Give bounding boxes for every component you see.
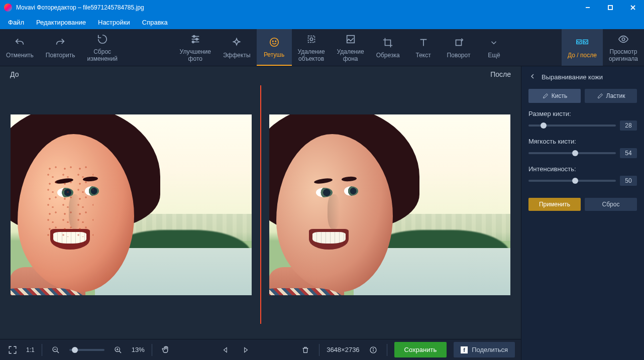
enhance-button[interactable]: Улучшение фото — [174, 29, 217, 66]
face-icon — [268, 36, 280, 48]
prev-button[interactable] — [219, 343, 232, 356]
svg-point-11 — [272, 41, 273, 41]
rotate-button[interactable]: Поворот — [441, 29, 477, 66]
image-dimensions: 3648×2736 — [327, 346, 359, 353]
share-button[interactable]: fПоделиться — [454, 342, 515, 357]
background-removal-button[interactable]: Удаление фона — [331, 29, 370, 66]
work-area: До После 1:1 13% — [0, 66, 644, 360]
apply-button[interactable]: Применить — [528, 198, 581, 211]
intensity-label: Интенсивность: — [528, 165, 637, 173]
info-button[interactable] — [367, 343, 380, 356]
svg-line-24 — [119, 351, 121, 353]
window-title: Movavi Фоторедактор – file5971245784785.… — [16, 4, 576, 11]
fullscreen-button[interactable] — [6, 343, 19, 356]
next-button[interactable] — [239, 343, 252, 356]
redo-button[interactable]: Повторить — [40, 29, 81, 66]
compare-divider[interactable] — [260, 85, 261, 324]
sliders-icon — [189, 33, 201, 45]
facebook-icon: f — [461, 346, 468, 353]
undo-button[interactable]: Отменить — [0, 29, 40, 66]
object-removal-button[interactable]: Удаление объектов — [292, 29, 331, 66]
main-toolbar: Отменить Повторить Сброс изменений Улучш… — [0, 29, 644, 66]
maximize-button[interactable] — [599, 0, 621, 15]
panel-actions: Применить Сброс — [528, 198, 637, 211]
svg-point-14 — [310, 38, 313, 41]
brush-size-row: Размер кисти: 28 — [528, 110, 637, 131]
crop-icon — [382, 37, 394, 49]
svg-point-19 — [622, 38, 625, 41]
brush-softness-label: Мягкость кисти: — [528, 138, 637, 145]
svg-point-12 — [275, 41, 276, 41]
brush-tab[interactable]: Кисть — [528, 89, 581, 103]
intensity-row: Интенсивность: 50 — [528, 165, 637, 186]
eraser-tab[interactable]: Ластик — [585, 89, 637, 103]
brush-size-label: Размер кисти: — [528, 110, 637, 117]
app-logo-icon — [4, 4, 12, 12]
text-icon — [417, 37, 430, 49]
reset-changes-button[interactable]: Сброс изменений — [81, 29, 123, 66]
save-button[interactable]: Сохранить — [394, 342, 447, 357]
close-button[interactable] — [621, 0, 644, 15]
intensity-slider[interactable] — [528, 180, 616, 182]
divider — [42, 344, 42, 356]
tool-tabs: Кисть Ластик — [528, 89, 637, 103]
eraser-icon — [597, 93, 603, 99]
svg-rect-15 — [347, 35, 354, 43]
menu-file[interactable]: Файл — [3, 17, 29, 28]
zoom-value: 13% — [132, 346, 145, 353]
before-after-header: До После — [0, 66, 521, 80]
panel-reset-button[interactable]: Сброс — [585, 198, 637, 211]
erase-object-icon — [305, 33, 317, 45]
sparkle-icon — [231, 37, 243, 49]
svg-line-21 — [57, 351, 59, 353]
crop-button[interactable]: Обрезка — [370, 29, 406, 66]
undo-icon — [14, 37, 26, 49]
eye-icon — [617, 33, 629, 45]
status-bar: 1:1 13% 3648×2736 Сохранить fПоделиться — [0, 339, 521, 360]
effects-button[interactable]: Эффекты — [217, 29, 257, 66]
svg-point-10 — [270, 38, 278, 46]
zoom-slider[interactable] — [69, 349, 104, 351]
svg-rect-1 — [608, 6, 612, 10]
retouch-panel: Выравнивание кожи Кисть Ластик Размер ки… — [521, 66, 644, 360]
after-label: После — [490, 70, 511, 78]
canvas-area: До После 1:1 13% — [0, 66, 521, 360]
actual-size-button[interactable]: 1:1 — [26, 343, 35, 356]
compare-icon — [576, 37, 588, 49]
text-button[interactable]: Текст — [406, 29, 441, 66]
zoom-out-button[interactable] — [49, 343, 62, 356]
brush-softness-slider[interactable] — [528, 152, 616, 154]
zoom-in-button[interactable] — [112, 343, 125, 356]
menu-help[interactable]: Справка — [137, 17, 173, 28]
view-original-button[interactable]: Просмотр оригинала — [603, 29, 644, 66]
chevron-down-icon — [488, 37, 500, 49]
before-image — [10, 85, 252, 324]
svg-rect-13 — [308, 36, 314, 42]
before-after-button[interactable]: До / после — [562, 29, 603, 66]
after-image — [269, 85, 511, 324]
intensity-value[interactable]: 50 — [620, 176, 637, 186]
svg-point-29 — [373, 348, 373, 348]
minimize-button[interactable] — [576, 0, 599, 15]
brush-softness-value[interactable]: 54 — [620, 148, 637, 158]
panel-title: Выравнивание кожи — [542, 73, 603, 81]
back-icon[interactable] — [528, 72, 536, 82]
before-after-container[interactable] — [0, 80, 521, 339]
more-button[interactable]: Ещё — [476, 29, 511, 66]
title-bar: Movavi Фоторедактор – file5971245784785.… — [0, 0, 644, 15]
brush-size-slider[interactable] — [528, 125, 616, 127]
delete-button[interactable] — [299, 343, 312, 356]
brush-size-value[interactable]: 28 — [620, 121, 637, 131]
retouch-button[interactable]: Ретушь — [257, 29, 292, 66]
erase-bg-icon — [345, 33, 357, 45]
menu-settings[interactable]: Настройки — [93, 17, 135, 28]
divider — [152, 344, 152, 356]
svg-rect-16 — [456, 40, 462, 45]
menu-edit[interactable]: Редактирование — [31, 17, 91, 28]
menu-bar: Файл Редактирование Настройки Справка — [0, 15, 644, 29]
reset-icon — [96, 33, 109, 45]
redo-icon — [54, 37, 66, 49]
panel-header: Выравнивание кожи — [528, 72, 637, 82]
pan-button[interactable] — [159, 343, 172, 356]
brush-icon — [542, 93, 549, 99]
